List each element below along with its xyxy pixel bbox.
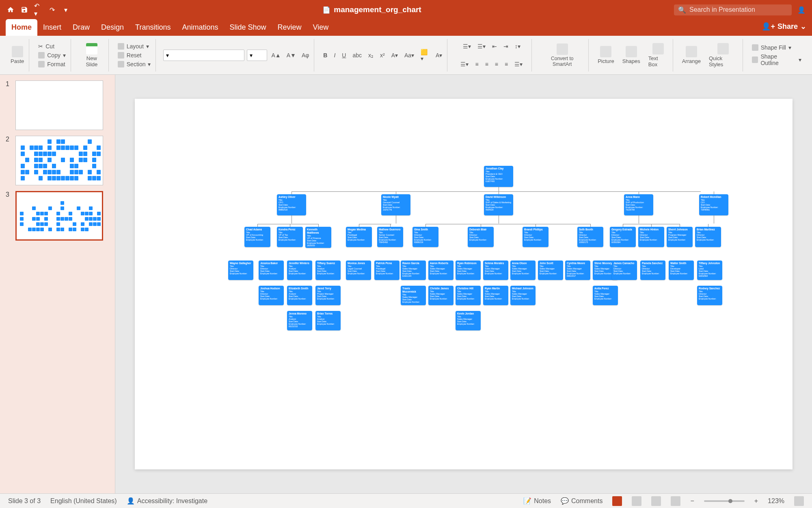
copy-button[interactable]: Copy ▾ — [37, 51, 67, 59]
tab-home[interactable]: Home — [6, 19, 37, 36]
sorter-view-button[interactable] — [632, 496, 641, 506]
accessibility-button[interactable]: 👤Accessibility: Investigate — [127, 497, 207, 505]
font-size-dropdown[interactable]: ▾ — [247, 50, 267, 61]
org-node[interactable]: Sherri JohnsonTitle:Program ManagerStart… — [667, 227, 693, 247]
clear-format-button[interactable]: Aφ — [300, 51, 311, 59]
org-node[interactable]: Jared TerryTitle:Project ManagerStart Da… — [315, 286, 341, 305]
increase-font-button[interactable]: A▲ — [270, 51, 282, 59]
tab-draw[interactable]: Draw — [67, 19, 95, 36]
search-box[interactable]: 🔍 — [674, 4, 792, 15]
slide-thumbnail-1[interactable] — [15, 80, 103, 130]
org-node[interactable]: Jessica BakerTitle:DirectorStart Date:Em… — [259, 261, 284, 280]
slide-thumbnail-2[interactable] — [15, 136, 103, 185]
org-node[interactable]: Kevin JordanTitle:Sales ManagerStart Dat… — [456, 311, 481, 330]
layout-button[interactable]: Layout ▾ — [116, 42, 151, 50]
org-node[interactable]: Nicole WyattTitle:General CounselStart D… — [381, 194, 410, 215]
org-node[interactable]: Monica JonesTitle:Legal CounselStart Dat… — [346, 261, 371, 280]
reading-view-button[interactable] — [651, 496, 661, 506]
org-node[interactable]: Joshua HudsonTitle:DirectorStart Date:Em… — [259, 286, 284, 305]
reset-button[interactable]: Reset — [116, 51, 143, 59]
strike-button[interactable]: abc — [351, 51, 363, 59]
format-button[interactable]: Format — [37, 60, 67, 68]
comments-button[interactable]: 💬Comments — [561, 497, 603, 505]
redo-icon[interactable]: ↷ — [48, 6, 56, 14]
undo-icon[interactable]: ↶ ▾ — [34, 6, 42, 14]
indent-left-button[interactable]: ⇤ — [490, 42, 499, 50]
org-node[interactable]: Pamela SanchezTitle:DirectorStart Date:E… — [640, 261, 665, 280]
tab-insert[interactable]: Insert — [37, 19, 67, 36]
fit-button[interactable] — [794, 496, 804, 506]
paste-button[interactable]: Paste — [9, 44, 26, 66]
org-node[interactable]: Anna OlsonTitle:Sales ManagerStart Date:… — [510, 261, 536, 280]
org-node[interactable]: Jonathan ClayTitle:President & CEOStart … — [484, 166, 513, 187]
tab-review[interactable]: Review — [272, 19, 307, 36]
normal-view-button[interactable] — [612, 496, 622, 506]
org-node[interactable]: Gina SmithTitle:DirectorStart Date:Emplo… — [412, 227, 438, 247]
italic-button[interactable]: I — [332, 51, 337, 59]
columns-button[interactable]: ☰▾ — [513, 60, 524, 68]
search-input[interactable] — [689, 6, 788, 13]
slide[interactable]: Jonathan ClayTitle:President & CEOStart … — [135, 99, 793, 469]
org-node[interactable]: Brian TorresTitle:AnalystStart Date:Empl… — [315, 311, 341, 330]
org-node[interactable]: Jennifer WintersTitle:AnalystStart Date:… — [287, 261, 312, 280]
org-node[interactable]: Brandi PhillipsTitle:DirectorStart Date:… — [523, 227, 549, 247]
org-node[interactable]: Wayne GallagherTitle:DirectorStart Date:… — [228, 261, 253, 280]
font-color-button[interactable]: A▾ — [390, 51, 400, 59]
share-button[interactable]: 👤+Share⌄ — [762, 22, 806, 31]
zoom-out-button[interactable]: − — [690, 497, 694, 505]
org-node[interactable]: Cynthia MooreTitle:Sales ManagerStart Da… — [565, 261, 590, 280]
org-node[interactable]: Chad AdamsTitle:VP of AccountingStart Da… — [244, 227, 270, 247]
underline-button[interactable]: U — [340, 51, 348, 59]
org-node[interactable]: Megan MedinaTitle:ParalegalStart Date:Em… — [346, 227, 372, 247]
bold-button[interactable]: B — [322, 51, 329, 59]
org-node[interactable]: David WilkinsonTitle:SVP of Sales & Mark… — [484, 194, 513, 215]
org-node[interactable]: Walter SmithTitle:DeveloperStart Date:Em… — [669, 261, 694, 280]
org-node[interactable]: Anna MannTitle:SVP of ProductionStart Da… — [624, 194, 653, 215]
org-node[interactable]: Tiffany SuarezTitle:AnalystStart Date:Em… — [315, 261, 341, 280]
org-node[interactable]: Deborah BlairTitle:DirectorStart Date:Em… — [468, 227, 494, 247]
org-node[interactable]: Raven GarciaTitle:Sales ManagerStart Dat… — [401, 261, 426, 280]
zoom-in-button[interactable]: + — [754, 497, 758, 505]
language[interactable]: English (United States) — [50, 497, 117, 505]
align-right-button[interactable]: ≡ — [493, 60, 500, 68]
org-node[interactable]: Tiffany JohnstonTitle:LeadStart Date:Emp… — [697, 261, 722, 280]
slide-thumbnail-3[interactable] — [15, 191, 103, 241]
user-icon[interactable]: 👤 — [797, 6, 806, 14]
org-node[interactable]: Kendra PerezTitle:VP of TaxStart Date:Em… — [277, 227, 303, 247]
tab-view[interactable]: View — [307, 19, 335, 36]
convert-smartart-button[interactable]: Convert to SmartArt — [539, 42, 585, 69]
text-color-button[interactable]: A▾ — [434, 51, 444, 59]
org-node[interactable]: Travis MccormickTitle:Sales ManagerStart… — [401, 286, 426, 305]
org-node[interactable]: Christie JamesTitle:Sales ManagerStart D… — [428, 286, 454, 305]
org-node[interactable]: Selena MoralesTitle:Sales ManagerStart D… — [483, 261, 508, 280]
zoom-slider[interactable] — [704, 500, 745, 502]
org-node[interactable]: Ryan MartinTitle:Sales ManagerStart Date… — [483, 286, 508, 305]
org-node[interactable]: Brian MartinezTitle:DirectorStart Date:E… — [695, 227, 721, 247]
new-slide-button[interactable]: New Slide — [78, 41, 105, 69]
quickstyles-button[interactable]: Quick Styles — [707, 41, 739, 69]
home-icon[interactable] — [6, 6, 15, 14]
font-family-dropdown[interactable]: ▾ — [163, 50, 244, 61]
picture-button[interactable]: Picture — [596, 44, 615, 66]
org-node[interactable]: Jenna MorenoTitle:AnalystStart Date:Empl… — [287, 311, 312, 330]
shapefill-button[interactable]: Shape Fill ▾ — [750, 43, 793, 52]
slideshow-view-button[interactable] — [671, 496, 680, 506]
org-node[interactable]: Robert McmillanTitle:CIOStart Date:Emplo… — [699, 194, 728, 215]
numbering-button[interactable]: ☰▾ — [476, 42, 487, 50]
notes-button[interactable]: 📝Notes — [523, 497, 551, 505]
org-node[interactable]: Ryan RobinsonTitle:Sales ManagerStart Da… — [456, 261, 481, 280]
line-spacing-button[interactable]: ↕▾ — [513, 42, 522, 50]
org-node[interactable]: Michele HintonTitle:DirectorStart Date:E… — [638, 227, 664, 247]
tab-slideshow[interactable]: Slide Show — [224, 19, 272, 36]
org-node[interactable]: Ashley OliverTitle:CFOStart Date:Employe… — [277, 194, 306, 215]
align-left-button[interactable]: ≡ — [473, 60, 480, 68]
org-node[interactable]: Rodney SanchezTitle:DirectorStart Date:E… — [697, 286, 722, 305]
subscript-button[interactable]: x₂ — [367, 51, 375, 59]
section-button[interactable]: Section ▾ — [116, 60, 153, 68]
text-direction-button[interactable]: ☰▾ — [459, 60, 470, 68]
org-node[interactable]: Gregory EstradaTitle:DirectorStart Date:… — [610, 227, 636, 247]
highlight-button[interactable]: Aa▾ — [403, 51, 416, 59]
shapes-button[interactable]: Shapes — [621, 44, 642, 66]
org-node[interactable]: Michael JohnsonTitle:Sales ManagerStart … — [510, 286, 536, 305]
cut-button[interactable]: ✂Cut — [37, 42, 56, 50]
